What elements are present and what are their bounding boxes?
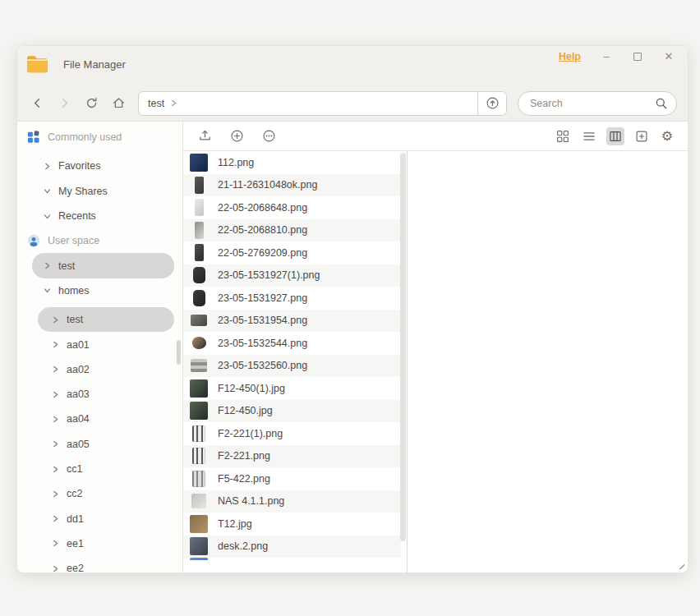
sidebar-section-header: Commonly used <box>17 125 182 149</box>
file-list-column: 112.png21-11-2631048ok.png22-05-2068648.… <box>183 151 408 572</box>
file-row[interactable]: F12-450.jpg <box>183 400 401 423</box>
sidebar-item-cc1[interactable]: cc1 <box>38 457 174 481</box>
file-row[interactable]: 22-05-2068648.png <box>183 196 401 219</box>
go-up-button[interactable] <box>477 92 506 115</box>
sidebar-item-ee1[interactable]: ee1 <box>38 531 174 556</box>
file-name: F2-221.png <box>218 450 270 462</box>
sidebar-item-aa02[interactable]: aa02 <box>38 357 174 382</box>
file-thumbnail <box>190 311 208 329</box>
close-button[interactable]: ✕ <box>663 51 675 62</box>
sidebar-item-aa03[interactable]: aa03 <box>38 382 174 407</box>
file-row[interactable]: 112.png <box>183 151 401 174</box>
breadcrumb-segment[interactable]: test <box>148 98 164 109</box>
breadcrumb[interactable]: test <box>139 92 477 115</box>
window-controls: Help – ✕ <box>559 51 675 62</box>
file-row[interactable] <box>183 558 401 560</box>
file-row[interactable]: F12-450(1).jpg <box>183 377 401 400</box>
preview-pane <box>408 151 688 572</box>
search-box[interactable] <box>518 91 677 116</box>
file-thumbnail <box>190 289 208 307</box>
chevron-down-icon <box>44 187 51 195</box>
back-button[interactable] <box>28 94 46 113</box>
new-window-button[interactable] <box>633 127 651 145</box>
file-row[interactable]: 23-05-1531927.png <box>183 287 401 310</box>
sidebar-item-ee2[interactable]: ee2 <box>38 556 174 572</box>
list-view-button[interactable] <box>580 127 598 145</box>
toolbar-left-group <box>196 126 279 145</box>
file-row[interactable]: F2-221.png <box>183 445 401 468</box>
file-name: 112.png <box>218 157 254 168</box>
chevron-right-icon <box>52 416 59 423</box>
add-button[interactable] <box>228 126 246 145</box>
column-view-button[interactable] <box>606 127 624 145</box>
sidebar-item-test[interactable]: test <box>32 253 174 278</box>
search-icon <box>655 97 668 110</box>
file-thumbnail <box>190 154 208 172</box>
sidebar-item-label: Recents <box>58 210 96 222</box>
sidebar-item-cc2[interactable]: cc2 <box>38 481 174 506</box>
sidebar-scrollbar-thumb[interactable] <box>177 340 181 365</box>
sidebar-item-label: cc1 <box>67 463 82 475</box>
upload-button[interactable] <box>196 126 214 145</box>
sidebar-item-test[interactable]: test <box>38 307 174 332</box>
sidebar-item-favorites[interactable]: Favorites <box>32 154 174 178</box>
title-bar: File Manager Help – ✕ <box>17 46 688 85</box>
file-row[interactable]: 22-05-2769209.png <box>183 241 401 264</box>
file-row[interactable]: 23-05-1532560.png <box>183 355 401 378</box>
file-name: 23-05-1532560.png <box>218 360 307 371</box>
file-thumbnail <box>190 199 208 217</box>
file-manager-window: File Manager Help – ✕ test Commonly <box>16 45 688 573</box>
chevron-right-icon <box>52 440 59 448</box>
sidebar-item-homes[interactable]: homes <box>32 278 174 303</box>
toolbar: ⚙︎ <box>183 122 688 151</box>
sidebar-item-recents[interactable]: Recents <box>32 204 174 228</box>
file-name: desk.2.png <box>218 540 268 552</box>
chevron-right-icon <box>52 540 59 547</box>
more-icon <box>262 129 276 143</box>
settings-button[interactable]: ⚙︎ <box>659 127 675 145</box>
forward-button[interactable] <box>55 94 73 113</box>
breadcrumb-bar: test <box>138 91 507 116</box>
file-name: NAS 4.1.1.png <box>218 495 284 507</box>
file-thumbnail <box>190 334 208 352</box>
file-thumbnail <box>190 470 208 488</box>
search-input[interactable] <box>528 97 652 110</box>
file-thumbnail <box>190 515 208 533</box>
file-name: 22-05-2769209.png <box>218 247 307 259</box>
file-thumbnail <box>190 425 208 443</box>
sidebar-item-aa01[interactable]: aa01 <box>38 332 174 356</box>
chevron-right-icon <box>52 316 59 324</box>
sidebar-item-dd1[interactable]: dd1 <box>38 506 174 531</box>
file-row[interactable]: 23-05-1531954.png <box>183 310 401 333</box>
home-button[interactable] <box>109 94 127 113</box>
file-row[interactable]: 21-11-2631048ok.png <box>183 174 401 197</box>
file-name: F12-450.jpg <box>218 405 273 416</box>
help-link[interactable]: Help <box>559 51 581 62</box>
minimize-button[interactable]: – <box>601 51 612 62</box>
sidebar-item-my-shares[interactable]: My Shares <box>32 179 174 204</box>
file-row[interactable]: T12.jpg <box>183 513 401 536</box>
file-row[interactable]: NAS 4.1.1.png <box>183 490 401 513</box>
grid-view-button[interactable] <box>554 127 572 145</box>
file-row[interactable]: desk.2.png <box>183 536 401 559</box>
more-button[interactable] <box>260 126 279 145</box>
file-row[interactable]: F5-422.png <box>183 467 401 490</box>
sidebar-item-label: aa01 <box>67 339 90 351</box>
file-name: 23-05-1531927.png <box>218 292 307 304</box>
maximize-button[interactable] <box>632 51 643 62</box>
file-row[interactable]: 23-05-1531927(1).png <box>183 264 401 287</box>
file-row[interactable]: 23-05-1532544.png <box>183 332 401 355</box>
sidebar-item-aa05[interactable]: aa05 <box>38 432 174 457</box>
sidebar-item-label: Favorites <box>58 160 100 172</box>
sidebar-item-aa04[interactable]: aa04 <box>38 407 174 431</box>
column-view-icon <box>609 130 622 143</box>
chevron-right-icon <box>52 341 59 348</box>
sidebar-section-header: User space <box>17 228 182 253</box>
grid-view-icon <box>556 130 569 143</box>
file-list-scrollbar-thumb[interactable] <box>400 153 406 541</box>
file-row[interactable]: F2-221(1).png <box>183 422 401 445</box>
refresh-button[interactable] <box>82 94 100 113</box>
file-row[interactable]: 22-05-2068810.png <box>183 219 401 242</box>
sidebar-item-label: ee2 <box>67 563 84 572</box>
file-thumbnail <box>190 221 208 239</box>
